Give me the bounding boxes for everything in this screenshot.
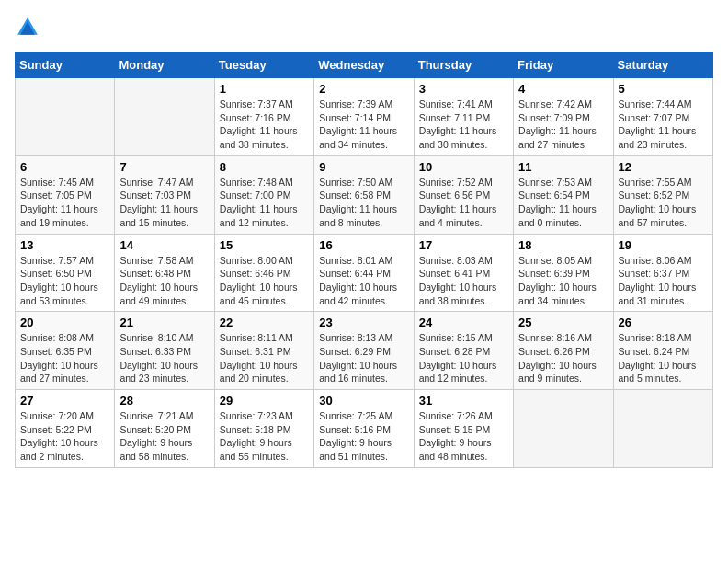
day-number: 17 bbox=[419, 238, 508, 252]
day-info: Sunrise: 7:53 AMSunset: 6:54 PMDaylight:… bbox=[518, 176, 608, 230]
calendar-table: SundayMondayTuesdayWednesdayThursdayFrid… bbox=[15, 52, 713, 468]
day-number: 15 bbox=[220, 238, 309, 252]
day-info: Sunrise: 7:26 AMSunset: 5:15 PMDaylight:… bbox=[419, 409, 508, 464]
day-cell: 12Sunrise: 7:55 AMSunset: 6:52 PMDayligh… bbox=[613, 155, 712, 234]
day-info: Sunrise: 8:11 AMSunset: 6:31 PMDaylight:… bbox=[220, 331, 309, 385]
day-info: Sunrise: 8:18 AMSunset: 6:24 PMDaylight:… bbox=[619, 331, 708, 385]
day-info: Sunrise: 7:25 AMSunset: 5:16 PMDaylight:… bbox=[319, 409, 408, 464]
day-number: 18 bbox=[518, 238, 608, 252]
day-cell bbox=[514, 390, 613, 468]
header-cell-thursday: Thursday bbox=[414, 52, 513, 78]
day-number: 3 bbox=[419, 82, 508, 96]
header-row: SundayMondayTuesdayWednesdayThursdayFrid… bbox=[16, 52, 713, 78]
day-number: 12 bbox=[619, 160, 708, 174]
day-info: Sunrise: 7:58 AMSunset: 6:48 PMDaylight:… bbox=[119, 254, 209, 308]
calendar-body: 1Sunrise: 7:37 AMSunset: 7:16 PMDaylight… bbox=[16, 78, 713, 468]
day-info: Sunrise: 7:44 AMSunset: 7:07 PMDaylight:… bbox=[619, 98, 708, 152]
day-cell: 8Sunrise: 7:48 AMSunset: 7:00 PMDaylight… bbox=[214, 155, 313, 234]
day-info: Sunrise: 8:06 AMSunset: 6:37 PMDaylight:… bbox=[619, 254, 708, 308]
day-number: 7 bbox=[119, 160, 209, 174]
day-cell: 31Sunrise: 7:26 AMSunset: 5:15 PMDayligh… bbox=[414, 390, 513, 468]
day-cell: 30Sunrise: 7:25 AMSunset: 5:16 PMDayligh… bbox=[314, 390, 414, 468]
day-cell: 16Sunrise: 8:01 AMSunset: 6:44 PMDayligh… bbox=[314, 234, 414, 312]
day-number: 8 bbox=[220, 160, 309, 174]
day-number: 30 bbox=[319, 394, 408, 408]
day-info: Sunrise: 7:41 AMSunset: 7:11 PMDaylight:… bbox=[419, 98, 508, 152]
day-number: 10 bbox=[419, 160, 508, 174]
header-cell-monday: Monday bbox=[115, 52, 214, 78]
day-cell: 22Sunrise: 8:11 AMSunset: 6:31 PMDayligh… bbox=[214, 312, 313, 390]
day-info: Sunrise: 8:00 AMSunset: 6:46 PMDaylight:… bbox=[220, 254, 309, 308]
day-cell bbox=[115, 78, 214, 156]
header-cell-saturday: Saturday bbox=[613, 52, 712, 78]
day-cell: 21Sunrise: 8:10 AMSunset: 6:33 PMDayligh… bbox=[115, 312, 214, 390]
day-info: Sunrise: 8:03 AMSunset: 6:41 PMDaylight:… bbox=[419, 254, 508, 308]
day-number: 24 bbox=[419, 316, 508, 329]
day-number: 29 bbox=[220, 394, 309, 408]
day-cell: 19Sunrise: 8:06 AMSunset: 6:37 PMDayligh… bbox=[613, 234, 712, 312]
week-row-1: 1Sunrise: 7:37 AMSunset: 7:16 PMDaylight… bbox=[16, 78, 713, 156]
day-cell: 13Sunrise: 7:57 AMSunset: 6:50 PMDayligh… bbox=[16, 234, 115, 312]
day-cell: 14Sunrise: 7:58 AMSunset: 6:48 PMDayligh… bbox=[115, 234, 214, 312]
day-number: 22 bbox=[220, 316, 309, 329]
day-info: Sunrise: 7:48 AMSunset: 7:00 PMDaylight:… bbox=[220, 176, 309, 230]
day-cell: 18Sunrise: 8:05 AMSunset: 6:39 PMDayligh… bbox=[514, 234, 613, 312]
day-cell: 29Sunrise: 7:23 AMSunset: 5:18 PMDayligh… bbox=[214, 390, 313, 468]
day-cell: 11Sunrise: 7:53 AMSunset: 6:54 PMDayligh… bbox=[514, 155, 613, 234]
day-info: Sunrise: 8:05 AMSunset: 6:39 PMDaylight:… bbox=[518, 254, 608, 308]
day-cell: 25Sunrise: 8:16 AMSunset: 6:26 PMDayligh… bbox=[514, 312, 613, 390]
day-cell: 15Sunrise: 8:00 AMSunset: 6:46 PMDayligh… bbox=[214, 234, 313, 312]
day-info: Sunrise: 7:45 AMSunset: 7:05 PMDaylight:… bbox=[20, 176, 109, 230]
day-number: 31 bbox=[419, 394, 508, 408]
day-cell: 10Sunrise: 7:52 AMSunset: 6:56 PMDayligh… bbox=[414, 155, 513, 234]
header-cell-sunday: Sunday bbox=[16, 52, 115, 78]
day-info: Sunrise: 8:01 AMSunset: 6:44 PMDaylight:… bbox=[319, 254, 408, 308]
day-number: 16 bbox=[319, 238, 408, 252]
day-number: 28 bbox=[119, 394, 209, 408]
header-cell-friday: Friday bbox=[514, 52, 613, 78]
day-number: 9 bbox=[319, 160, 408, 174]
day-cell: 2Sunrise: 7:39 AMSunset: 7:14 PMDaylight… bbox=[314, 78, 414, 156]
day-cell: 28Sunrise: 7:21 AMSunset: 5:20 PMDayligh… bbox=[115, 390, 214, 468]
day-cell: 27Sunrise: 7:20 AMSunset: 5:22 PMDayligh… bbox=[16, 390, 115, 468]
day-cell bbox=[16, 78, 115, 156]
day-number: 20 bbox=[20, 316, 109, 329]
week-row-3: 13Sunrise: 7:57 AMSunset: 6:50 PMDayligh… bbox=[16, 234, 713, 312]
day-cell: 7Sunrise: 7:47 AMSunset: 7:03 PMDaylight… bbox=[115, 155, 214, 234]
day-info: Sunrise: 8:16 AMSunset: 6:26 PMDaylight:… bbox=[518, 331, 608, 385]
day-info: Sunrise: 7:23 AMSunset: 5:18 PMDaylight:… bbox=[220, 409, 309, 464]
day-info: Sunrise: 8:13 AMSunset: 6:29 PMDaylight:… bbox=[319, 331, 408, 385]
day-info: Sunrise: 7:21 AMSunset: 5:20 PMDaylight:… bbox=[119, 409, 209, 464]
day-cell: 20Sunrise: 8:08 AMSunset: 6:35 PMDayligh… bbox=[16, 312, 115, 390]
day-number: 14 bbox=[119, 238, 209, 252]
day-number: 6 bbox=[20, 160, 109, 174]
day-info: Sunrise: 7:57 AMSunset: 6:50 PMDaylight:… bbox=[20, 254, 109, 308]
day-info: Sunrise: 7:52 AMSunset: 6:56 PMDaylight:… bbox=[419, 176, 508, 230]
day-number: 1 bbox=[220, 82, 309, 96]
day-cell: 17Sunrise: 8:03 AMSunset: 6:41 PMDayligh… bbox=[414, 234, 513, 312]
day-cell: 9Sunrise: 7:50 AMSunset: 6:58 PMDaylight… bbox=[314, 155, 414, 234]
logo bbox=[15, 15, 44, 40]
week-row-5: 27Sunrise: 7:20 AMSunset: 5:22 PMDayligh… bbox=[16, 390, 713, 468]
day-cell: 23Sunrise: 8:13 AMSunset: 6:29 PMDayligh… bbox=[314, 312, 414, 390]
day-info: Sunrise: 7:47 AMSunset: 7:03 PMDaylight:… bbox=[119, 176, 209, 230]
calendar-header: SundayMondayTuesdayWednesdayThursdayFrid… bbox=[16, 52, 713, 78]
day-info: Sunrise: 8:15 AMSunset: 6:28 PMDaylight:… bbox=[419, 331, 508, 385]
week-row-4: 20Sunrise: 8:08 AMSunset: 6:35 PMDayligh… bbox=[16, 312, 713, 390]
day-cell: 5Sunrise: 7:44 AMSunset: 7:07 PMDaylight… bbox=[613, 78, 712, 156]
day-cell: 6Sunrise: 7:45 AMSunset: 7:05 PMDaylight… bbox=[16, 155, 115, 234]
day-info: Sunrise: 7:55 AMSunset: 6:52 PMDaylight:… bbox=[619, 176, 708, 230]
day-number: 2 bbox=[319, 82, 408, 96]
day-number: 21 bbox=[119, 316, 209, 329]
day-cell: 1Sunrise: 7:37 AMSunset: 7:16 PMDaylight… bbox=[214, 78, 313, 156]
day-info: Sunrise: 7:42 AMSunset: 7:09 PMDaylight:… bbox=[518, 98, 608, 152]
page-header bbox=[15, 15, 713, 40]
day-number: 11 bbox=[518, 160, 608, 174]
week-row-2: 6Sunrise: 7:45 AMSunset: 7:05 PMDaylight… bbox=[16, 155, 713, 234]
day-info: Sunrise: 8:10 AMSunset: 6:33 PMDaylight:… bbox=[119, 331, 209, 385]
day-info: Sunrise: 7:37 AMSunset: 7:16 PMDaylight:… bbox=[220, 98, 309, 152]
header-cell-tuesday: Tuesday bbox=[214, 52, 313, 78]
day-cell: 26Sunrise: 8:18 AMSunset: 6:24 PMDayligh… bbox=[613, 312, 712, 390]
day-number: 13 bbox=[20, 238, 109, 252]
day-number: 23 bbox=[319, 316, 408, 329]
